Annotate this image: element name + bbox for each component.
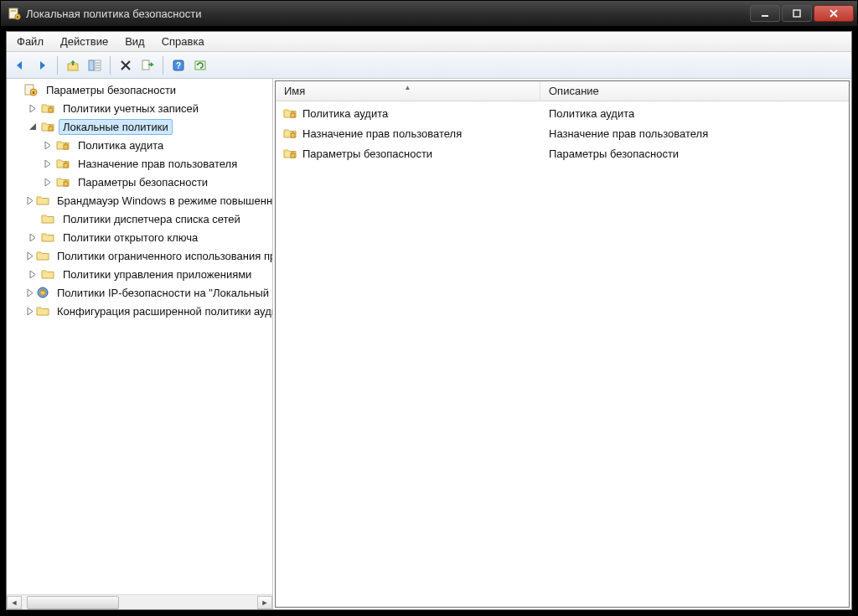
expand-icon[interactable] (27, 268, 39, 280)
tree-node-label: Политики открытого ключа (63, 231, 198, 244)
cell-description: Параметры безопасности (540, 148, 849, 160)
expand-icon[interactable] (27, 250, 34, 261)
up-one-level-button[interactable] (63, 55, 83, 75)
row-name-label: Назначение прав пользователя (302, 127, 462, 140)
close-button[interactable] (814, 5, 854, 22)
svg-rect-21 (64, 145, 68, 149)
expand-icon[interactable] (27, 231, 39, 243)
tree-node[interactable]: Назначение прав пользователя (8, 154, 272, 173)
tree-node[interactable]: Брандмауэр Windows в режиме повышенной б… (8, 191, 272, 210)
tree-node[interactable]: Локальные политики (8, 117, 272, 136)
toolbar-separator (57, 56, 58, 75)
expand-icon[interactable] (27, 102, 39, 114)
menubar: Файл Действие Вид Справка (7, 32, 851, 52)
svg-rect-23 (64, 182, 68, 186)
tree-node-label: Назначение прав пользователя (78, 158, 237, 170)
toolbar: ? (7, 52, 851, 79)
expand-icon[interactable] (42, 139, 54, 151)
tree-node[interactable]: Политики ограниченного использования про… (8, 246, 272, 265)
scroll-right-button[interactable]: ► (257, 596, 272, 609)
export-list-button[interactable] (137, 55, 158, 75)
toolbar-separator (163, 56, 163, 75)
tree-node[interactable]: Политики диспетчера списка сетей (8, 210, 272, 228)
horizontal-scrollbar[interactable]: ◄ ► (7, 594, 272, 609)
svg-rect-5 (793, 10, 800, 17)
scroll-thumb[interactable] (27, 596, 119, 609)
folder-icon (36, 194, 49, 207)
svg-rect-3 (17, 16, 18, 18)
show-hide-console-tree-button[interactable] (85, 55, 105, 75)
scroll-track[interactable] (22, 596, 257, 609)
window-frame: Локальная политика безопасности Файл Дей… (0, 0, 858, 616)
expand-icon[interactable] (27, 194, 34, 206)
menu-view[interactable]: Вид (116, 32, 153, 51)
svg-rect-25 (40, 291, 45, 295)
expand-icon[interactable] (42, 176, 54, 188)
cell-name: Параметры безопасности (276, 147, 540, 160)
tree-node[interactable]: Политики учетных записей (8, 99, 272, 117)
tree-node[interactable]: Политики управления приложениями (8, 265, 272, 283)
tree-node-label: Локальные политики (63, 121, 168, 133)
tree-root-label: Параметры безопасности (46, 84, 176, 96)
menu-file[interactable]: Файл (8, 32, 52, 51)
folder-icon (40, 230, 55, 244)
folder-icon (36, 304, 49, 318)
titlebar[interactable]: Локальная политика безопасности (1, 1, 857, 26)
menu-action[interactable]: Действие (52, 32, 116, 51)
sort-ascending-icon: ▲ (405, 84, 411, 91)
list-pane: Имя ▲ Описание Политика аудитаПолитика а… (276, 81, 849, 607)
collapse-icon[interactable] (27, 121, 39, 132)
folder-lock-icon (282, 106, 297, 120)
column-name[interactable]: Имя ▲ (276, 81, 540, 101)
tree-node[interactable]: Политики открытого ключа (8, 228, 272, 246)
cell-description: Политика аудита (540, 107, 849, 120)
folder-icon (36, 249, 49, 262)
toolbar-separator (110, 56, 111, 75)
nav-back-button[interactable] (10, 55, 30, 75)
tree-root[interactable]: ▶ Параметры безопасности (8, 80, 272, 99)
svg-rect-12 (142, 60, 149, 70)
minimize-button[interactable] (750, 5, 780, 22)
list-row[interactable]: Политика аудитаПолитика аудита (276, 103, 849, 123)
maximize-button[interactable] (782, 5, 812, 22)
tree-node-label: Политики управления приложениями (63, 268, 251, 281)
tree-node-label: Конфигурация расширенной политики аудита (57, 305, 272, 318)
expand-icon[interactable] (42, 158, 54, 169)
list-row[interactable]: Назначение прав пользователяНазначение п… (276, 123, 849, 143)
refresh-button[interactable] (190, 55, 210, 75)
scroll-left-button[interactable]: ◄ (7, 596, 22, 609)
tree-pane: ▶ Параметры безопасности Политики учетны… (7, 79, 273, 609)
app-icon (8, 7, 21, 20)
svg-rect-27 (291, 133, 295, 137)
tree-node[interactable]: Политики IP-безопасности на "Локальный к… (8, 283, 272, 302)
folder-icon (40, 212, 55, 225)
column-name-label: Имя (284, 85, 305, 97)
svg-rect-4 (762, 15, 768, 17)
menu-help[interactable]: Справка (153, 32, 213, 51)
expand-icon[interactable] (27, 287, 34, 298)
folder-lock-icon (55, 175, 70, 189)
help-button[interactable]: ? (168, 55, 189, 75)
svg-rect-1 (11, 10, 16, 12)
folder-lock-icon (282, 147, 297, 160)
cell-name: Назначение прав пользователя (276, 127, 540, 140)
security-root-icon (23, 83, 39, 96)
svg-rect-18 (33, 91, 34, 94)
tree-node[interactable]: Политика аудита (8, 136, 272, 154)
delete-button[interactable] (116, 55, 136, 75)
expand-icon[interactable] (27, 305, 34, 317)
tree-view[interactable]: ▶ Параметры безопасности Политики учетны… (7, 79, 272, 594)
svg-text:?: ? (176, 61, 181, 70)
cell-name: Политика аудита (276, 106, 540, 120)
column-description[interactable]: Описание (540, 81, 849, 101)
tree-node[interactable]: Параметры безопасности (8, 173, 272, 191)
folder-lock-icon (282, 127, 297, 140)
tree-node[interactable]: Конфигурация расширенной политики аудита (8, 302, 272, 320)
nav-forward-button[interactable] (32, 55, 52, 75)
window-controls (750, 5, 854, 22)
list-body[interactable]: Политика аудитаПолитика аудитаНазначение… (276, 101, 849, 607)
list-row[interactable]: Параметры безопасностиПараметры безопасн… (276, 143, 849, 163)
tree-node-label: Политики диспетчера списка сетей (63, 213, 240, 225)
window-title: Локальная политика безопасности (26, 8, 750, 20)
folder-lock-icon (55, 157, 70, 170)
